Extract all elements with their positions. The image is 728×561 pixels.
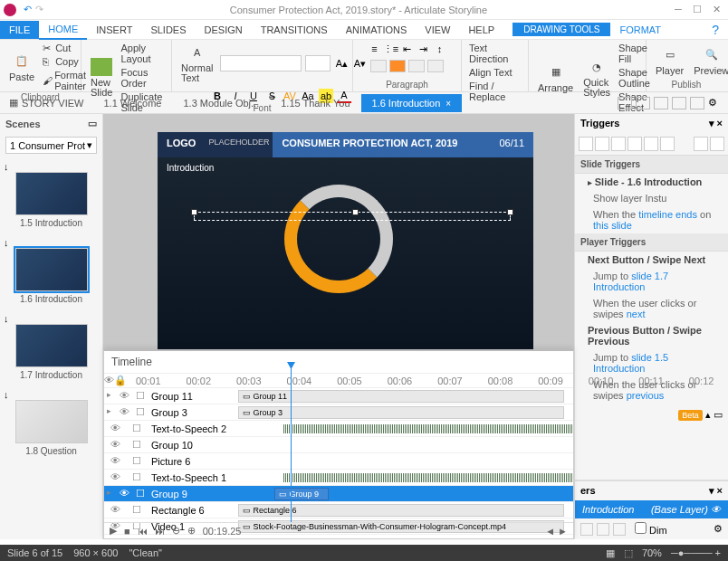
preview-button[interactable]: 🔍Preview: [690, 43, 728, 78]
timeline-row[interactable]: 👁☐Group 10: [104, 437, 573, 453]
rewind-button[interactable]: ⏮: [138, 526, 148, 537]
panel-collapse-icon[interactable]: ▾ ×: [709, 118, 723, 129]
minimize-icon[interactable]: ─: [670, 4, 686, 14]
timeline-bar[interactable]: ▭ Group 9: [274, 488, 329, 500]
lock-icon[interactable]: ☐: [132, 471, 141, 483]
stop-button[interactable]: ■: [124, 526, 130, 537]
paste-trigger-icon[interactable]: [627, 137, 642, 151]
align-text-button[interactable]: Align Text: [467, 66, 514, 79]
line-spacing-button[interactable]: ↕: [433, 42, 447, 56]
font-family-input[interactable]: [220, 55, 302, 71]
fit-icon[interactable]: ⬚: [624, 547, 633, 559]
lock-icon[interactable]: ☐: [136, 488, 145, 499]
timeline-bar[interactable]: ▭ Group 3: [238, 406, 564, 419]
selection-box[interactable]: [194, 212, 511, 221]
view-mode-icon[interactable]: ▦: [606, 547, 615, 559]
zoom-in-button[interactable]: ⊕: [187, 525, 196, 537]
undo-icon[interactable]: ↶: [24, 4, 32, 15]
story-view-tab[interactable]: ▦ STORY VIEW: [0, 93, 92, 112]
expand-icon[interactable]: ▸: [107, 488, 111, 499]
zoom-slider[interactable]: ─●──── +: [671, 547, 721, 558]
tab-insert[interactable]: INSERT: [87, 21, 141, 39]
lock-icon[interactable]: ☐: [132, 423, 141, 434]
tab-transitions[interactable]: TRANSITIONS: [252, 21, 337, 39]
device-desktop-icon[interactable]: [618, 97, 632, 109]
tab-help[interactable]: HELP: [459, 21, 503, 39]
lock-icon[interactable]: ☐: [132, 439, 141, 451]
close-tab-icon[interactable]: ×: [445, 99, 451, 109]
beta-collapse-icon[interactable]: ▴ ▭: [705, 409, 723, 420]
timeline-row[interactable]: 👁☐Rectangle 6▭ Rectangle 6: [104, 502, 573, 518]
trigger-slide-item[interactable]: ▸ Slide - 1.6 Introduction: [575, 174, 728, 190]
timeline-bar[interactable]: ▭ Group 11: [238, 390, 564, 403]
edit-trigger-icon[interactable]: [595, 137, 609, 151]
doc-tab-4[interactable]: 1.6 Introduction×: [361, 94, 463, 112]
scenes-menu-icon[interactable]: ▭: [88, 118, 97, 129]
timeline-row[interactable]: ▸👁☐Group 11▭ Group 11: [104, 388, 573, 404]
expand-icon[interactable]: ▸: [107, 390, 111, 402]
timeline-row[interactable]: 👁☐Picture 6: [104, 453, 573, 470]
device-phone-icon[interactable]: [690, 97, 704, 109]
tab-format[interactable]: FORMAT: [610, 21, 670, 39]
add-layer-icon[interactable]: [580, 523, 593, 536]
add-trigger-icon[interactable]: [579, 137, 593, 151]
text-direction-button[interactable]: Text Direction: [467, 42, 522, 65]
tab-animations[interactable]: ANIMATIONS: [337, 21, 417, 39]
help-icon[interactable]: ?: [703, 23, 728, 37]
eye-column-icon[interactable]: 👁: [104, 375, 114, 386]
paste-button[interactable]: 📋Paste: [5, 50, 38, 84]
focus-order-button[interactable]: Focus Order: [119, 66, 166, 90]
tab-design[interactable]: DESIGN: [196, 21, 252, 39]
dim-checkbox[interactable]: [635, 522, 647, 534]
quick-styles-button[interactable]: ◔Quick Styles: [580, 56, 614, 100]
bullets-button[interactable]: ≡: [368, 42, 382, 56]
lock-icon[interactable]: ☐: [136, 390, 145, 402]
base-layer-row[interactable]: Introduction(Base Layer) 👁: [575, 500, 728, 518]
lock-column-icon[interactable]: 🔒: [114, 375, 127, 386]
tab-slides[interactable]: SLIDES: [141, 21, 195, 39]
slide-thumb[interactable]: [15, 172, 88, 215]
play-button[interactable]: ▶: [110, 525, 117, 537]
eye-icon[interactable]: 👁: [110, 504, 120, 516]
eye-icon[interactable]: 👁: [120, 406, 129, 418]
lock-icon[interactable]: ☐: [132, 455, 141, 467]
trigger-cond2[interactable]: When the user clicks or swipes next: [575, 295, 728, 322]
timeline-scroll[interactable]: ◄ ►: [545, 526, 568, 537]
eye-icon[interactable]: 👁: [120, 488, 129, 499]
align-justify-button[interactable]: [427, 60, 444, 72]
trigger-prev[interactable]: Previous Button / Swipe Previous: [575, 322, 728, 349]
eye-icon[interactable]: 👁: [110, 439, 120, 451]
eye-icon[interactable]: 👁: [110, 423, 120, 434]
audio-waveform[interactable]: [283, 473, 573, 482]
close-icon[interactable]: ✕: [708, 4, 724, 15]
redo-icon[interactable]: ↷: [35, 4, 43, 15]
tab-home[interactable]: HOME: [39, 20, 87, 40]
align-center-button[interactable]: [389, 60, 406, 72]
indent-inc-button[interactable]: ⇥: [417, 42, 431, 56]
manage-icon[interactable]: [710, 137, 724, 151]
align-right-button[interactable]: [408, 60, 425, 72]
timeline-row[interactable]: ▸👁☐Group 3▭ Group 3: [104, 404, 573, 421]
grow-font-icon[interactable]: A▴: [334, 56, 349, 71]
move-up-icon[interactable]: [660, 137, 675, 151]
trigger-jump1[interactable]: Jump to slide 1.7 Introduction: [575, 268, 728, 295]
lock-icon[interactable]: ☐: [132, 504, 141, 516]
arrange-button[interactable]: ▦Arrange: [534, 61, 577, 95]
normal-text-button[interactable]: ANormal Text: [177, 42, 216, 85]
indent-dec-button[interactable]: ⇤: [400, 42, 415, 56]
tab-file[interactable]: FILE: [0, 21, 39, 39]
expand-icon[interactable]: ▸: [107, 406, 111, 418]
gear-icon[interactable]: ⚙: [708, 97, 723, 109]
layer-gear-icon[interactable]: ⚙: [714, 523, 723, 535]
align-left-button[interactable]: [370, 60, 387, 72]
find-replace-button[interactable]: Find / Replace: [467, 80, 522, 103]
tab-view[interactable]: VIEW: [416, 21, 459, 39]
variables-icon[interactable]: [694, 137, 708, 151]
device-laptop-icon[interactable]: [636, 97, 650, 109]
playhead[interactable]: [291, 366, 292, 522]
timeline-row[interactable]: 👁☐Text-to-Speech 2: [104, 421, 573, 437]
dup-layer-icon[interactable]: [597, 523, 609, 536]
trigger-condition[interactable]: When the timeline ends on this slide: [575, 206, 728, 233]
timeline-row[interactable]: ▸👁☐Group 9▭ Group 9: [104, 486, 573, 502]
timeline-row[interactable]: 👁☐Text-to-Speech 1: [104, 470, 573, 486]
